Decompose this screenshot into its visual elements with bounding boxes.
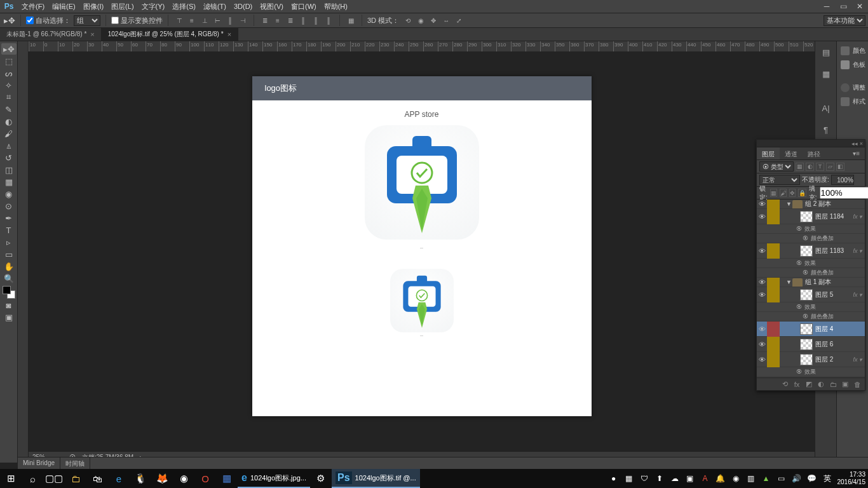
tray-icon[interactable]: 🛡	[639, 473, 649, 484]
distribute-left-icon[interactable]: ║	[297, 15, 309, 26]
3d-orbit-icon[interactable]: ⟲	[402, 15, 414, 26]
distribute-bottom-icon[interactable]: ≣	[285, 15, 296, 26]
panel-menu-icon[interactable]: ▾≡	[848, 147, 865, 159]
layer-row[interactable]: 👁图层 5fx ▾	[757, 287, 865, 302]
firefox-icon[interactable]: 🦊	[151, 469, 173, 488]
swatches-panel-tab[interactable]: 色板	[837, 58, 868, 72]
visibility-toggle[interactable]: 👁	[757, 200, 767, 209]
3d-slide-icon[interactable]: ↔	[440, 15, 452, 26]
channels-tab[interactable]: 通道	[780, 147, 803, 159]
layer-effects-row[interactable]: ⦿效果	[757, 259, 865, 268]
taskbar-item-photoshop[interactable]: Ps 1024lgo图标.tif @...	[332, 469, 420, 488]
filter-adjust-icon[interactable]: ◐	[806, 163, 814, 171]
tray-icon[interactable]: ▥	[746, 473, 756, 484]
magic-wand-tool[interactable]: ✧	[1, 79, 17, 91]
opera-icon[interactable]: O	[194, 469, 216, 488]
show-transform-checkbox[interactable]	[111, 17, 119, 24]
distribute-hcenter-icon[interactable]: ║	[310, 15, 322, 26]
menu-file[interactable]: 文件(F)	[18, 2, 48, 11]
opacity-input[interactable]	[831, 175, 854, 185]
layer-style-icon[interactable]: fx	[792, 380, 801, 389]
layer-effects-row[interactable]: ⦿效果	[757, 367, 865, 377]
shape-tool[interactable]: ▭	[1, 248, 17, 260]
explorer-icon[interactable]: 🗀	[65, 469, 86, 488]
filter-type-icon[interactable]: T	[816, 163, 824, 171]
tray-icon[interactable]: ☁	[670, 473, 680, 484]
task-view-icon[interactable]: ▢▢	[43, 469, 65, 488]
fill-input[interactable]	[820, 187, 868, 199]
lock-pixels-icon[interactable]: 🖌	[780, 189, 787, 197]
layer-effect-item[interactable]: ⦿颜色叠加	[757, 377, 865, 377]
menu-help[interactable]: 帮助(H)	[320, 2, 351, 11]
tray-icon[interactable]: ◉	[731, 473, 741, 484]
layer-effect-item[interactable]: ⦿颜色叠加	[757, 312, 865, 322]
store-icon[interactable]: 🛍	[86, 469, 108, 488]
layer-effect-item[interactable]: ⦿颜色叠加	[757, 268, 865, 278]
dodge-tool[interactable]: ⊙	[1, 200, 17, 212]
crop-tool[interactable]: ⌗	[1, 92, 17, 103]
tray-icon[interactable]: ▦	[624, 473, 634, 484]
swatch-colors[interactable]	[3, 286, 15, 299]
close-icon[interactable]: ×	[227, 30, 231, 38]
align-left-icon[interactable]: ⊢	[212, 15, 223, 26]
volume-icon[interactable]: 🔊	[792, 473, 802, 484]
zoom-tool[interactable]: 🔍	[1, 273, 17, 284]
close-icon[interactable]: ×	[860, 140, 863, 147]
align-right-icon[interactable]: ⊣	[237, 15, 248, 26]
actions-panel-icon[interactable]: ▦	[817, 65, 835, 82]
tray-icon[interactable]: ⬆	[654, 473, 665, 484]
new-group-icon[interactable]: 🗀	[829, 380, 837, 389]
layer-row[interactable]: 👁图层 4	[757, 322, 865, 337]
menu-filter[interactable]: 滤镜(T)	[200, 2, 230, 11]
lock-transparency-icon[interactable]: ▦	[770, 189, 777, 197]
history-panel-icon[interactable]: ▤	[817, 44, 835, 60]
distribute-top-icon[interactable]: ≣	[259, 15, 271, 26]
clone-stamp-tool[interactable]: ⍋	[1, 140, 17, 151]
layer-group-row[interactable]: 👁▼组 1 副本	[757, 278, 865, 287]
layer-row[interactable]: 👁图层 1183fx ▾	[757, 243, 865, 259]
pen-tool[interactable]: ✒	[1, 212, 17, 224]
hand-tool[interactable]: ✋	[1, 261, 17, 272]
layer-effects-row[interactable]: ⦿效果	[757, 302, 865, 312]
window-maximize-button[interactable]: ▭	[835, 0, 851, 13]
document-tab-2[interactable]: 1024lgo图标.tif @ 25% (图层 4, RGB/8) *×	[102, 28, 238, 41]
healing-brush-tool[interactable]: ◐	[1, 116, 17, 127]
link-layers-icon[interactable]: ⟲	[780, 380, 789, 389]
taskbar-item-ie[interactable]: e 1024lgo图标.jpg...	[238, 469, 310, 488]
tray-icon[interactable]: ▣	[685, 473, 695, 484]
search-icon[interactable]: ⌕	[22, 469, 43, 488]
collapse-icon[interactable]: ◂◂	[851, 140, 858, 147]
path-selection-tool[interactable]: ▹	[1, 236, 17, 248]
adjustment-layer-icon[interactable]: ◐	[817, 380, 825, 389]
workspace-select[interactable]: 基本功能	[824, 15, 865, 26]
layers-tab[interactable]: 图层	[757, 147, 780, 159]
move-tool[interactable]: ▸✥	[1, 43, 17, 55]
app-icon[interactable]: ▦	[216, 469, 238, 488]
layer-group-row[interactable]: 👁▼组 2 副本	[757, 200, 865, 209]
blur-tool[interactable]: ◉	[1, 188, 17, 200]
color-panel-tab[interactable]: 颜色	[837, 44, 868, 58]
layer-row[interactable]: 👁图层 1184fx ▾	[757, 209, 865, 224]
filter-shape-icon[interactable]: ▱	[826, 163, 834, 171]
eraser-tool[interactable]: ◫	[1, 164, 17, 175]
timeline-tab[interactable]: 时间轴	[60, 458, 90, 469]
lasso-tool[interactable]: ᔕ	[1, 67, 17, 79]
layer-effect-item[interactable]: ⦿颜色叠加	[757, 234, 865, 243]
menu-window[interactable]: 窗口(W)	[287, 2, 320, 11]
paragraph-panel-icon[interactable]: ¶	[817, 121, 835, 138]
delete-layer-icon[interactable]: 🗑	[853, 380, 862, 389]
brush-tool[interactable]: 🖌	[1, 128, 17, 139]
type-tool[interactable]: T	[1, 224, 17, 236]
layer-mask-icon[interactable]: ◩	[804, 380, 813, 389]
chrome-icon[interactable]: ◉	[173, 469, 194, 488]
taskbar-clock[interactable]: 17:33 2016/4/15	[837, 471, 866, 486]
network-icon[interactable]: ▭	[776, 473, 787, 484]
ime-indicator[interactable]: 英	[822, 473, 832, 484]
layer-effects-row[interactable]: ⦿效果	[757, 224, 865, 234]
new-layer-icon[interactable]: ▣	[841, 380, 850, 389]
visibility-toggle[interactable]: 👁	[757, 278, 767, 287]
close-icon[interactable]: ×	[90, 30, 94, 38]
distribute-vcenter-icon[interactable]: ≡	[272, 15, 283, 26]
layer-list[interactable]: 👁▼组 2 副本👁图层 1184fx ▾⦿效果⦿颜色叠加👁图层 1183fx ▾…	[757, 200, 865, 377]
layer-row[interactable]: 👁图层 2fx ▾	[757, 352, 865, 367]
